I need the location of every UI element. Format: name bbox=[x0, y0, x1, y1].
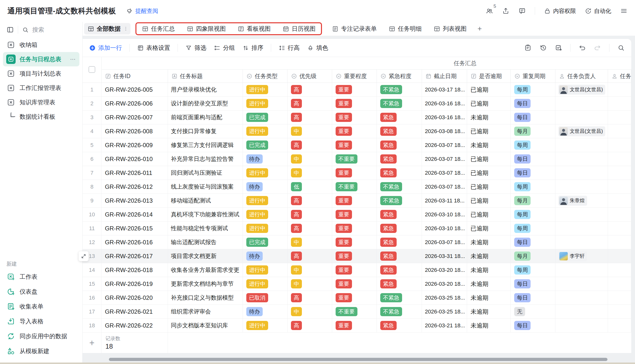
task-type-cell[interactable]: 已完成 bbox=[243, 236, 287, 249]
urgency-cell[interactable]: 紧急 bbox=[377, 138, 422, 152]
new-action-4[interactable]: 同步应用中的数据 bbox=[3, 329, 79, 344]
member-cell[interactable] bbox=[608, 263, 631, 277]
task-type-cell[interactable]: 进行中 bbox=[243, 194, 287, 208]
column-header-9[interactable]: 重复周期 bbox=[511, 70, 555, 82]
task-id-cell[interactable]: GR-RW-2026-019 bbox=[101, 277, 168, 291]
urgency-cell[interactable]: 紧急 bbox=[377, 152, 422, 166]
owner-cell[interactable] bbox=[555, 263, 608, 277]
importance-cell[interactable]: 重要 bbox=[332, 110, 377, 124]
row-number-cell[interactable]: 9 bbox=[83, 194, 101, 208]
owner-cell[interactable] bbox=[555, 222, 608, 235]
content-permission-button[interactable]: 内容权限 bbox=[544, 7, 576, 15]
owner-cell[interactable] bbox=[555, 291, 608, 304]
owner-cell[interactable] bbox=[555, 208, 608, 221]
new-action-0[interactable]: 工作表 bbox=[3, 269, 79, 284]
overdue-cell[interactable]: 已逾期 bbox=[467, 124, 511, 138]
priority-cell[interactable]: 高 bbox=[287, 194, 332, 208]
task-id-cell[interactable]: GR-RW-2026-013 bbox=[101, 194, 168, 208]
due-date-cell[interactable]: 2026-03-10 18... bbox=[422, 208, 467, 221]
repeat-cycle-cell[interactable]: 每月 bbox=[511, 124, 555, 138]
column-header-7[interactable]: 截止日期 bbox=[422, 70, 467, 82]
overdue-cell[interactable]: 未逾期 bbox=[467, 319, 511, 332]
remind-review-button[interactable]: 提醒查阅 bbox=[127, 7, 158, 15]
new-action-5[interactable]: 从模板新建 bbox=[3, 344, 79, 358]
member-cell[interactable] bbox=[608, 291, 631, 304]
column-header-8[interactable]: 是否逾期 bbox=[467, 70, 511, 82]
task-title-cell[interactable]: 移动端适配测试 bbox=[168, 194, 243, 208]
due-date-cell[interactable]: 2026-03-07 18... bbox=[422, 152, 467, 166]
row-number-cell[interactable]: 17 bbox=[83, 305, 101, 318]
due-date-cell[interactable]: 2026-03-16 18... bbox=[422, 110, 467, 124]
row-number-cell[interactable]: 8 bbox=[83, 180, 101, 194]
row-number-cell[interactable]: 2 bbox=[83, 97, 101, 110]
filter-button[interactable]: 筛选 bbox=[185, 44, 206, 52]
task-title-cell[interactable]: 前端页面重构与适配 bbox=[168, 110, 243, 124]
sidebar-item-4[interactable]: 知识库管理表 bbox=[3, 95, 79, 110]
owner-cell[interactable] bbox=[555, 180, 608, 194]
add-record-view-icon[interactable] bbox=[555, 44, 562, 52]
urgency-cell[interactable]: 紧急 bbox=[377, 208, 422, 221]
row-number-cell[interactable]: 18 bbox=[83, 319, 101, 332]
tab-all-data[interactable]: 全部数据 bbox=[84, 23, 130, 34]
owner-cell[interactable] bbox=[555, 166, 608, 180]
table-settings-button[interactable]: 表格设置 bbox=[137, 44, 170, 52]
owner-cell[interactable] bbox=[555, 236, 608, 249]
add-view-button[interactable]: + bbox=[477, 24, 482, 33]
urgency-cell[interactable]: 不紧急 bbox=[377, 305, 422, 318]
member-cell[interactable] bbox=[608, 110, 631, 124]
row-number-cell[interactable]: 16 bbox=[83, 291, 101, 304]
row-number-cell[interactable]: 6 bbox=[83, 152, 101, 166]
repeat-cycle-cell[interactable]: 每日 bbox=[511, 152, 555, 166]
collapse-sidebar-icon[interactable] bbox=[7, 26, 14, 34]
overdue-cell[interactable]: 已逾期 bbox=[467, 194, 511, 208]
new-action-2[interactable]: 收集表单 bbox=[3, 299, 79, 314]
member-cell[interactable] bbox=[608, 236, 631, 249]
row-number-cell[interactable]: 15 bbox=[83, 277, 101, 291]
importance-cell[interactable]: 重要 bbox=[332, 222, 377, 235]
task-title-cell[interactable]: 收集各业务方最新需求变更 bbox=[168, 263, 243, 277]
overdue-cell[interactable]: 未逾期 bbox=[467, 305, 511, 318]
importance-cell[interactable]: 重要 bbox=[332, 97, 377, 110]
repeat-cycle-cell[interactable]: 每周 bbox=[511, 222, 555, 235]
row-number-cell[interactable]: 12 bbox=[83, 236, 101, 249]
sidebar-item-2[interactable]: 项目与计划总表 bbox=[3, 66, 79, 81]
due-date-cell[interactable]: 2026-03-31 18... bbox=[422, 249, 467, 263]
owner-cell[interactable] bbox=[555, 277, 608, 291]
urgency-cell[interactable]: 不紧急 bbox=[377, 291, 422, 304]
task-title-cell[interactable]: 真机环境下功能兼容性测试 bbox=[168, 208, 243, 221]
priority-cell[interactable]: 低 bbox=[287, 180, 332, 194]
member-cell[interactable] bbox=[608, 124, 631, 138]
importance-cell[interactable]: 重要 bbox=[332, 194, 377, 208]
overdue-cell[interactable]: 未逾期 bbox=[467, 277, 511, 291]
member-cell[interactable] bbox=[608, 152, 631, 166]
repeat-cycle-cell[interactable]: 每月 bbox=[511, 249, 555, 263]
overdue-cell[interactable]: 未逾期 bbox=[467, 138, 511, 152]
priority-cell[interactable]: 中 bbox=[287, 124, 332, 138]
importance-cell[interactable]: 重要 bbox=[332, 249, 377, 263]
urgency-cell[interactable]: 紧急 bbox=[377, 249, 422, 263]
overdue-cell[interactable]: 已逾期 bbox=[467, 152, 511, 166]
task-title-cell[interactable]: 回归测试与压测验证 bbox=[168, 166, 243, 180]
task-type-cell[interactable]: 进行中 bbox=[243, 222, 287, 235]
task-id-cell[interactable]: GR-RW-2026-021 bbox=[101, 305, 168, 318]
due-date-cell[interactable]: 2026-03-08 18... bbox=[422, 124, 467, 138]
owner-cell[interactable]: 朱章煌 bbox=[555, 194, 608, 208]
row-number-cell[interactable]: 14 bbox=[83, 263, 101, 277]
record-count-cell[interactable]: 记录数 18 bbox=[101, 332, 168, 353]
more-icon[interactable] bbox=[70, 56, 76, 63]
repeat-cycle-cell[interactable]: 每日 bbox=[511, 166, 555, 180]
priority-cell[interactable]: 高 bbox=[287, 249, 332, 263]
urgency-cell[interactable]: 紧急 bbox=[377, 166, 422, 180]
repeat-cycle-cell[interactable]: 每周 bbox=[511, 138, 555, 152]
member-cell[interactable] bbox=[608, 249, 631, 263]
menu-icon[interactable] bbox=[620, 7, 627, 14]
clipboard-icon[interactable] bbox=[524, 44, 532, 52]
importance-cell[interactable]: 重要 bbox=[332, 291, 377, 304]
task-type-cell[interactable]: 进行中 bbox=[243, 83, 287, 96]
group-button[interactable]: 分组 bbox=[214, 44, 235, 52]
due-date-cell[interactable]: 2026-03-17 18... bbox=[422, 83, 467, 96]
tab-more-2[interactable]: 列表视图 bbox=[434, 25, 467, 33]
undo-icon[interactable] bbox=[578, 44, 586, 52]
overdue-cell[interactable]: 已逾期 bbox=[467, 222, 511, 235]
owner-cell[interactable]: 李宇轩 bbox=[555, 249, 608, 263]
